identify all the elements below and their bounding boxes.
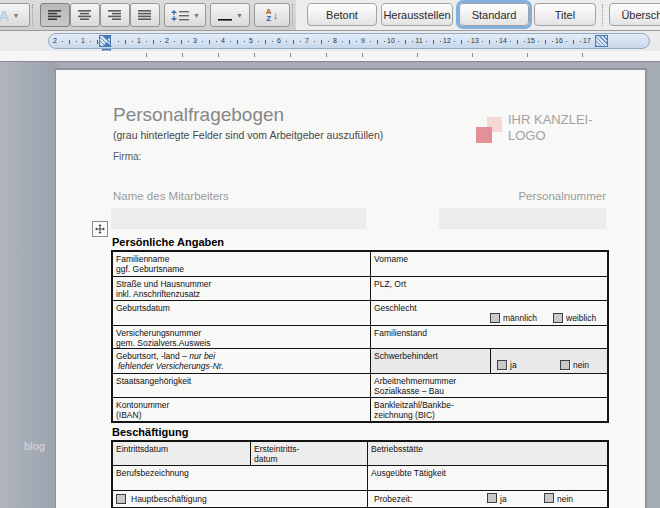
- table-row: Staatsangehörigkeit ArbeitnehmernummerSo…: [113, 374, 607, 398]
- chevron-down-icon: ▼: [236, 12, 243, 19]
- checkbox-probezeit-ja[interactable]: [487, 493, 497, 503]
- ruler-tick: [517, 40, 518, 44]
- checkbox-label: nein: [557, 494, 573, 504]
- table-row: Hauptbeschäftigung Probezeit: ja nein: [113, 491, 607, 508]
- checkbox-label: ja: [500, 494, 507, 504]
- ruler-tick: [370, 41, 371, 42]
- first-line-indent-marker[interactable]: [102, 35, 112, 40]
- ruler-number: 11: [415, 37, 422, 44]
- align-left-button[interactable]: [40, 3, 70, 27]
- ruler-number: 7: [305, 37, 309, 44]
- cell-geschlecht[interactable]: Geschlecht männlich weiblich: [371, 301, 607, 325]
- probezeit-label: Probezeit:: [374, 494, 412, 504]
- checkbox-label: männlich: [503, 313, 537, 323]
- cell-berufsbezeichnung[interactable]: Berufsbezeichnung: [113, 466, 368, 490]
- ruler-tick: [146, 41, 147, 42]
- cell-vorname[interactable]: Vorname: [371, 252, 607, 276]
- cell-geburtsort[interactable]: Geburtsort, -land – nur beifehlender Ver…: [113, 349, 371, 373]
- cell-familienname[interactable]: Familiennameggf. Geburtsname: [113, 252, 371, 276]
- ruler-tick: [566, 41, 567, 42]
- align-center-button[interactable]: [70, 3, 100, 27]
- style-button-ueberschrift[interactable]: Überschrift: [609, 3, 660, 26]
- ruler-tick: [174, 41, 175, 42]
- ruler-number: 13: [471, 37, 479, 44]
- ruler-number: 12: [443, 37, 451, 44]
- cell-ausgeuebte-taetigkeit[interactable]: Ausgeübte Tätigkeit: [368, 466, 607, 490]
- section-heading-employment: Beschäftigung: [112, 426, 188, 438]
- ruler-tick: [573, 40, 574, 44]
- ruler-tick: [426, 41, 427, 42]
- cell-versicherungsnummer[interactable]: Versicherungsnummergem. Sozialvers.Auswe…: [113, 326, 371, 348]
- ruler-tick: [433, 40, 434, 44]
- ruler-tick: [398, 41, 399, 42]
- font-color-a-icon: A: [0, 8, 9, 23]
- ruler-tick: [524, 41, 525, 42]
- checkbox-hauptbeschaeftigung[interactable]: [116, 494, 126, 504]
- ruler-number: 2: [165, 37, 169, 44]
- document-page[interactable]: Personalfragebogen (grau hinterlegte Fel…: [55, 68, 647, 508]
- ruler-number: 3: [193, 37, 197, 44]
- cell-kontonummer[interactable]: Kontonummer(IBAN): [113, 398, 371, 421]
- cell-eintrittsdatum[interactable]: Eintrittsdatum: [113, 442, 251, 465]
- align-left-icon: [47, 9, 63, 22]
- ruler-tick: [328, 41, 329, 42]
- section-heading-personal: Persönliche Angaben: [112, 236, 224, 248]
- style-button-betont[interactable]: Betont: [307, 3, 377, 26]
- style-button-standard[interactable]: Standard: [459, 3, 529, 26]
- cell-schwerbehindert-choice[interactable]: ja nein: [491, 349, 607, 373]
- table-row: Berufsbezeichnung Ausgeübte Tätigkeit: [113, 466, 607, 491]
- hanging-indent-marker[interactable]: [102, 42, 112, 47]
- chevron-down-icon: ▼: [12, 12, 19, 19]
- align-right-button[interactable]: [100, 3, 130, 27]
- checkbox-maennlich[interactable]: [490, 313, 500, 323]
- line-spacing-button[interactable]: ▼: [164, 3, 206, 27]
- font-color-button[interactable]: A ▼: [0, 3, 30, 27]
- ruler-tick: [230, 41, 231, 42]
- style-button-titel[interactable]: Titel: [534, 3, 596, 26]
- cell-familienstand[interactable]: Familienstand: [371, 326, 607, 348]
- checkbox-probezeit-nein[interactable]: [544, 493, 554, 503]
- cell-plz-ort[interactable]: PLZ, Ort: [371, 277, 607, 300]
- cell-probezeit[interactable]: Probezeit: ja nein: [368, 491, 607, 507]
- style-button-herausstellen[interactable]: Herausstellen: [381, 3, 453, 26]
- logo-square-dark: [476, 127, 492, 143]
- ruler-number: 4: [221, 37, 225, 44]
- cell-schwerbehindert[interactable]: Schwerbehindert: [371, 349, 491, 373]
- cell-hauptbeschaeftigung[interactable]: Hauptbeschäftigung: [113, 491, 368, 507]
- cell-strasse[interactable]: Straße und Hausnummerinkl. Anschriftenzu…: [113, 277, 371, 300]
- document-area: blog Personalfragebogen (grau hinterlegt…: [0, 62, 660, 508]
- styles-strip: Betont Herausstellen Standard Titel Über…: [296, 0, 660, 30]
- ruler-tick: [349, 40, 350, 44]
- align-justify-button[interactable]: [130, 3, 160, 27]
- tab-stop-tick: [218, 53, 219, 57]
- table-column-marker-right[interactable]: [595, 35, 608, 47]
- employee-name-field[interactable]: [111, 208, 366, 229]
- table-move-handle[interactable]: [92, 221, 108, 237]
- cell-staatsangehoerigkeit[interactable]: Staatsangehörigkeit: [113, 374, 371, 397]
- checkbox-label: weiblich: [566, 313, 596, 323]
- table-row: Versicherungsnummergem. Sozialvers.Auswe…: [113, 326, 607, 349]
- personnel-number-field[interactable]: [439, 208, 606, 229]
- checkbox-weiblich[interactable]: [553, 313, 563, 323]
- ruler-tick: [62, 41, 63, 42]
- personal-data-table: Familiennameggf. Geburtsname Vorname Str…: [111, 250, 609, 423]
- cell-arbeitnehmernummer[interactable]: ArbeitnehmernummerSozialkasse – Bau: [371, 374, 607, 397]
- cell-betriebsstaette[interactable]: Betriebsstätte: [368, 442, 607, 465]
- checkbox-ja[interactable]: [497, 360, 507, 370]
- horizontal-ruler[interactable]: 211234567891011121314151617: [48, 33, 650, 49]
- sort-button[interactable]: A Z ↓: [254, 3, 290, 27]
- firma-label: Firma:: [113, 151, 141, 162]
- toolbar-separator: [602, 4, 603, 26]
- border-style-button[interactable]: ▼: [210, 3, 250, 27]
- tab-stop-strip[interactable]: [0, 51, 660, 62]
- ruler-number: 1: [137, 37, 141, 44]
- ruler-tick: [321, 40, 322, 44]
- tab-stop-tick: [582, 53, 583, 57]
- ruler-number: 8: [333, 37, 337, 44]
- cell-bankleitzahl[interactable]: Bankleitzahl/Bankbe-zeichnung (BIC): [371, 398, 607, 421]
- watermark-text: blog: [24, 440, 45, 452]
- checkbox-nein[interactable]: [560, 360, 570, 370]
- cell-geburtsdatum[interactable]: Geburtsdatum: [113, 301, 371, 325]
- chevron-down-icon: ▼: [193, 12, 200, 19]
- cell-ersteintrittsdatum[interactable]: Ersteintritts-datum: [251, 442, 368, 465]
